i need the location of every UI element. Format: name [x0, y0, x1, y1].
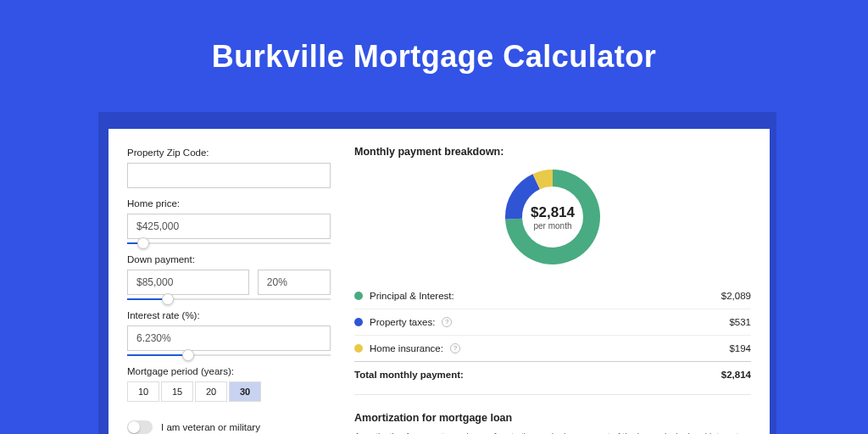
- page-title: Burkville Mortgage Calculator: [0, 39, 868, 75]
- mortgage-period-label: Mortgage period (years):: [127, 366, 331, 376]
- breakdown-label: Property taxes:: [370, 317, 435, 327]
- donut-sub: per month: [533, 221, 571, 231]
- veteran-toggle[interactable]: [127, 420, 153, 434]
- results-column: Monthly payment breakdown: $2,814 per mo…: [354, 137, 751, 426]
- period-option-20[interactable]: 20: [195, 381, 227, 402]
- period-option-10[interactable]: 10: [127, 381, 159, 402]
- home-price-field: Home price:: [127, 198, 331, 244]
- veteran-row: I am veteran or military: [127, 420, 331, 434]
- zip-input[interactable]: [127, 163, 331, 188]
- calculator-card: Property Zip Code: Home price: Down paym…: [108, 129, 770, 434]
- breakdown-label: Principal & Interest:: [370, 291, 454, 301]
- payment-donut-chart: $2,814 per month: [502, 166, 604, 268]
- legend-dot: [354, 318, 363, 326]
- down-payment-percent-input[interactable]: [258, 270, 331, 295]
- inputs-column: Property Zip Code: Home price: Down paym…: [127, 137, 331, 426]
- veteran-label: I am veteran or military: [161, 422, 260, 432]
- breakdown-value: $194: [729, 343, 751, 353]
- total-row: Total monthly payment: $2,814: [354, 361, 751, 387]
- breakdown-value: $531: [729, 317, 751, 327]
- home-price-input[interactable]: [127, 214, 331, 239]
- period-option-15[interactable]: 15: [161, 381, 193, 402]
- help-icon[interactable]: ?: [442, 317, 452, 327]
- zip-label: Property Zip Code:: [127, 147, 331, 158]
- amortization-title: Amortization for mortgage loan: [354, 412, 751, 424]
- amortization-body: Amortization for a mortgage loan refers …: [354, 431, 751, 434]
- home-price-slider-thumb[interactable]: [137, 237, 149, 249]
- donut-amount: $2,814: [531, 204, 575, 221]
- amortization-section: Amortization for mortgage loan Amortizat…: [354, 394, 751, 434]
- breakdown-row: Home insurance:?$194: [354, 335, 751, 361]
- total-value: $2,814: [721, 370, 751, 380]
- donut-wrap: $2,814 per month: [354, 158, 751, 283]
- breakdown-title: Monthly payment breakdown:: [354, 146, 751, 158]
- breakdown-label: Home insurance:: [370, 343, 443, 353]
- help-icon[interactable]: ?: [450, 343, 460, 353]
- donut-center: $2,814 per month: [502, 166, 604, 268]
- interest-rate-label: Interest rate (%):: [127, 310, 331, 320]
- zip-field: Property Zip Code:: [127, 147, 331, 188]
- down-payment-label: Down payment:: [127, 254, 331, 264]
- breakdown-row: Principal & Interest:$2,089: [354, 283, 751, 309]
- breakdown-row: Property taxes:?$531: [354, 309, 751, 335]
- down-payment-slider-thumb[interactable]: [162, 293, 174, 305]
- mortgage-period-field: Mortgage period (years): 10152030: [127, 366, 331, 402]
- interest-rate-slider[interactable]: [127, 354, 331, 356]
- legend-dot: [354, 292, 363, 300]
- home-price-slider[interactable]: [127, 242, 331, 244]
- down-payment-field: Down payment:: [127, 254, 331, 300]
- period-option-30[interactable]: 30: [229, 381, 261, 402]
- legend-dot: [354, 344, 363, 353]
- down-payment-slider[interactable]: [127, 298, 331, 300]
- interest-rate-input[interactable]: [127, 326, 331, 351]
- interest-rate-field: Interest rate (%):: [127, 310, 331, 356]
- breakdown-value: $2,089: [721, 291, 751, 301]
- home-price-label: Home price:: [127, 198, 331, 209]
- total-label: Total monthly payment:: [354, 370, 464, 380]
- down-payment-amount-input[interactable]: [127, 270, 249, 295]
- interest-rate-slider-thumb[interactable]: [182, 349, 194, 361]
- toggle-knob: [128, 421, 140, 433]
